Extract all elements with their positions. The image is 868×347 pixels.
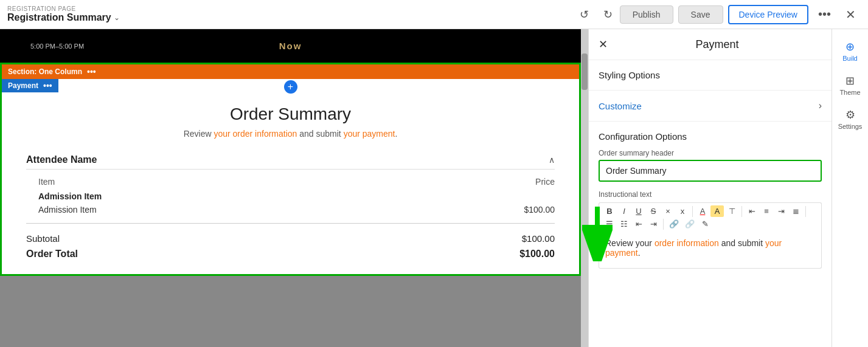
green-arrow-overlay — [582, 207, 613, 264]
panel-body[interactable]: Styling Options Customize › Configuratio… — [589, 60, 832, 347]
styling-options-label[interactable]: Styling Options — [589, 60, 832, 90]
page-label: REGISTRATION PAGE — [7, 5, 572, 12]
items-table: Item Price Admission Item Admission Item… — [26, 174, 555, 216]
instructional-text-label: Instructional text — [599, 190, 822, 199]
panel-close-button[interactable]: ✕ — [599, 38, 608, 51]
divider — [26, 223, 555, 224]
settings-label: Settings — [838, 123, 863, 130]
section-bar: Section: One Column ••• — [2, 64, 579, 79]
page-title-chevron-icon[interactable]: ⌄ — [114, 13, 120, 22]
close-button[interactable]: ✕ — [841, 5, 861, 24]
instructional-text-field: Instructional text B I U S × x A A ⊤ ⇤ — [599, 190, 822, 269]
publish-button[interactable]: Publish — [620, 5, 673, 24]
order-info-link[interactable]: your order information — [214, 129, 297, 139]
order-summary-header-label: Order summary header — [599, 149, 822, 157]
attendee-chevron-up-icon[interactable]: ∧ — [549, 155, 555, 165]
green-arrow-icon — [582, 207, 613, 261]
topbar: REGISTRATION PAGE Registration Summary ⌄… — [0, 0, 868, 29]
subtotal-label: Subtotal — [26, 233, 60, 244]
theme-icon: ⊞ — [845, 74, 855, 88]
order-total-label: Order Total — [26, 249, 78, 259]
instructional-text-content[interactable]: Review your order information and submit… — [599, 232, 822, 269]
save-button[interactable]: Save — [678, 5, 723, 24]
panel-title: Payment — [613, 38, 822, 51]
payment-label: Payment — [8, 81, 38, 90]
payment-label-bar: Payment ••• — [2, 79, 58, 92]
toolbar-unlink-button[interactable]: 🔗 — [682, 218, 697, 230]
toolbar-align-center-button[interactable]: ≡ — [760, 205, 773, 217]
more-options-button[interactable]: ••• — [813, 5, 836, 24]
col-item-label: Item — [38, 177, 55, 187]
payment-link[interactable]: your payment — [344, 129, 395, 139]
side-icon-theme[interactable]: ⊞ Theme — [833, 69, 867, 101]
admission-item-row: Admission Item $100.00 — [26, 204, 555, 216]
side-icons-panel: ⊕ Build ⊞ Theme ⚙ Settings — [832, 29, 868, 347]
order-total-row: Order Total $100.00 — [26, 246, 555, 262]
config-options-title: Configuration Options — [599, 131, 822, 142]
main-layout: 5:00 PM–5:00 PM Now Section: One Column … — [0, 29, 868, 347]
page-title: Registration Summary — [7, 12, 111, 23]
toolbar-numbered-list-button[interactable]: ☷ — [617, 218, 631, 230]
undo-button[interactable]: ↺ — [577, 5, 591, 24]
subtotal-row: Subtotal $100.00 — [26, 231, 555, 246]
toolbar-indent-right-button[interactable]: ⇥ — [647, 218, 660, 230]
canvas-header-now: Now — [279, 41, 302, 51]
canvas-scrollbar[interactable] — [581, 29, 588, 347]
order-summary-header-input[interactable] — [599, 160, 822, 182]
side-icon-settings[interactable]: ⚙ Settings — [833, 103, 867, 135]
order-total-value: $100.00 — [519, 249, 555, 259]
topbar-left: REGISTRATION PAGE Registration Summary ⌄ — [7, 5, 572, 23]
toolbar-link-button[interactable]: 🔗 — [667, 218, 681, 230]
subtotal-value: $100.00 — [522, 233, 555, 244]
toolbar-clear-format-button[interactable]: ⊤ — [725, 205, 738, 217]
toolbar-underline-button[interactable]: U — [632, 205, 645, 217]
toolbar-highlight-button[interactable]: A — [710, 205, 724, 217]
toolbar-separator-4 — [663, 219, 664, 230]
toolbar-subscript-button[interactable]: × — [661, 205, 675, 217]
section-bar-dots[interactable]: ••• — [87, 67, 96, 77]
customize-section: Customize › — [589, 91, 832, 122]
canvas-scrollbar-thumb — [582, 53, 588, 90]
toolbar-separator-3 — [805, 206, 806, 217]
topbar-center: ↺ ↻ — [577, 5, 615, 24]
redo-button[interactable]: ↻ — [601, 5, 615, 24]
topbar-right: Publish Save Device Preview ••• ✕ — [620, 5, 861, 24]
right-panel: ✕ Payment Styling Options Customize › Co… — [588, 29, 832, 347]
toolbar-justify-button[interactable]: ≣ — [789, 205, 802, 217]
instructional-order-info-link[interactable]: order information — [654, 238, 719, 248]
toolbar-strikethrough-button[interactable]: S — [647, 205, 660, 217]
customize-label[interactable]: Customize › — [589, 91, 832, 121]
build-label: Build — [842, 55, 857, 62]
theme-label: Theme — [839, 89, 860, 96]
toolbar-align-left-button[interactable]: ⇤ — [745, 205, 759, 217]
toolbar-separator-1 — [692, 206, 693, 217]
payment-content: Order Summary Review your order informat… — [2, 92, 579, 274]
col-price-label: Price — [535, 177, 555, 187]
order-summary-subtitle: Review your order information and submit… — [26, 129, 555, 139]
section-add-button[interactable]: + — [284, 80, 297, 94]
section-wrapper: Section: One Column ••• + Payment ••• Or… — [0, 63, 581, 276]
toolbar-indent-left-button[interactable]: ⇤ — [632, 218, 645, 230]
build-icon: ⊕ — [845, 40, 855, 53]
toolbar-superscript-button[interactable]: x — [676, 205, 689, 217]
canvas-header-time: 5:00 PM–5:00 PM — [30, 43, 84, 50]
toolbar-italic-button[interactable]: I — [617, 205, 631, 217]
toolbar-align-right-button[interactable]: ⇥ — [774, 205, 788, 217]
toolbar-edit-button[interactable]: ✎ — [698, 218, 712, 230]
panel-header: ✕ Payment — [589, 29, 832, 60]
config-section: Configuration Options Order summary head… — [589, 122, 832, 278]
order-summary-header-field: Order summary header — [599, 149, 822, 182]
side-icon-build[interactable]: ⊕ Build — [833, 35, 867, 67]
section-bar-label: Section: One Column — [8, 67, 82, 76]
payment-label-dots[interactable]: ••• — [43, 81, 52, 91]
customize-arrow-icon: › — [819, 100, 822, 111]
admission-item-header: Admission Item — [26, 189, 555, 204]
toolbar-separator-2 — [741, 206, 742, 217]
attendee-name-row: Attendee Name ∧ — [26, 151, 555, 170]
attendee-name: Attendee Name — [26, 154, 97, 165]
toolbar-font-color-button[interactable]: A — [696, 205, 709, 217]
styling-options-section: Styling Options — [589, 60, 832, 91]
items-header-row: Item Price — [26, 174, 555, 189]
order-summary-title: Order Summary — [26, 105, 555, 124]
device-preview-button[interactable]: Device Preview — [728, 5, 808, 24]
